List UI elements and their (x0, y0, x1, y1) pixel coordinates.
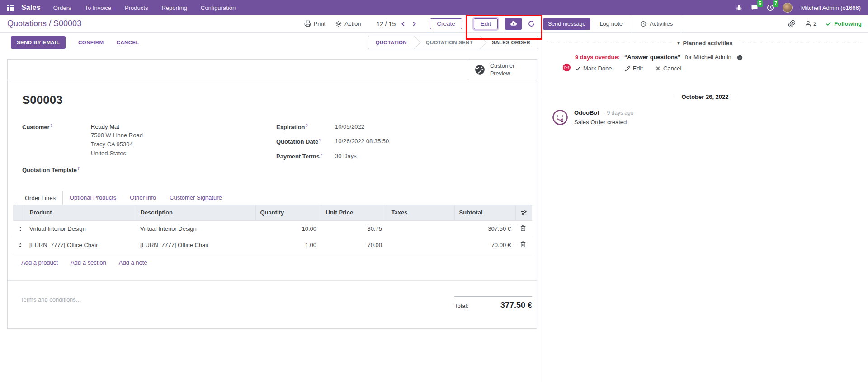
handle-column-header (13, 205, 25, 221)
overdue-label: 9 days overdue: (575, 54, 620, 61)
pager-previous-icon[interactable] (400, 21, 406, 27)
help-marker: ? (77, 166, 80, 171)
help-marker: ? (50, 123, 53, 128)
address-line-2: Tracy CA 95304 (91, 140, 143, 149)
activity-summary: “Answer questions” (624, 54, 681, 61)
edit-button[interactable]: Edit (474, 18, 498, 29)
step-quotation[interactable]: QUOTATION (368, 36, 414, 49)
debug-bug-icon[interactable] (736, 5, 742, 11)
customer-preview-button[interactable]: Customer Preview (468, 60, 537, 80)
apps-grid-icon[interactable] (7, 5, 14, 11)
action-button[interactable]: Action (335, 20, 361, 27)
total-label: Total: (454, 303, 468, 309)
breadcrumb-separator: / (47, 19, 53, 28)
payment-terms-label: Payment Terms? (276, 153, 335, 160)
unit-price-column-header: Unit Price (321, 205, 387, 221)
record-pager: 12 / 15 (376, 20, 417, 28)
cell-taxes (387, 237, 454, 253)
info-icon[interactable] (737, 54, 743, 61)
reload-icon (528, 20, 535, 28)
odoobot-avatar (552, 109, 568, 126)
following-button[interactable]: Following (826, 20, 862, 27)
step-quotation-sent[interactable]: QUOTATION SENT (414, 36, 480, 49)
nav-item-reporting[interactable]: Reporting (161, 5, 187, 11)
statusbar: SEND BY EMAIL CONFIRM CANCEL QUOTATION Q… (0, 33, 542, 52)
nav-item-to-invoice[interactable]: To Invoice (85, 5, 112, 11)
step-sales-order[interactable]: SALES ORDER (480, 36, 538, 49)
discard-reload-button[interactable] (528, 20, 535, 28)
delete-line-button[interactable] (520, 225, 526, 231)
section-divider (8, 280, 537, 281)
planned-activities-title: Planned activities (683, 40, 733, 47)
attachments-button[interactable] (788, 20, 796, 28)
send-message-button[interactable]: Send message (543, 18, 590, 30)
address-line-3: United States (91, 149, 143, 158)
nav-item-orders[interactable]: Orders (53, 5, 71, 11)
caret-down-icon: ▾ (678, 41, 680, 46)
drag-handle-icon[interactable] (13, 237, 25, 253)
order-line-row[interactable]: Virtual Interior Design Virtual Interior… (13, 220, 532, 237)
cloud-upload-icon (509, 20, 518, 28)
subtotal-column-header: Subtotal (454, 205, 515, 221)
smart-button-box: Customer Preview (8, 60, 537, 80)
create-button[interactable]: Create (430, 18, 462, 29)
mark-done-button[interactable]: Mark Done (575, 65, 612, 72)
tab-customer-signature[interactable]: Customer Signature (163, 191, 229, 205)
table-add-links: Add a product Add a section Add a note (13, 253, 531, 269)
delete-line-button[interactable] (520, 241, 526, 247)
product-column-header: Product (25, 205, 136, 221)
cell-description: [FURN_7777] Office Chair (136, 237, 255, 253)
send-by-email-button[interactable]: SEND BY EMAIL (11, 36, 66, 49)
print-button[interactable]: Print (304, 20, 326, 27)
nav-item-configuration[interactable]: Configuration (201, 5, 236, 11)
app-name[interactable]: Sales (21, 4, 41, 12)
nav-item-products[interactable]: Products (125, 5, 148, 11)
user-name[interactable]: Mitchell Admin (o1666) (801, 5, 861, 11)
edit-activity-button[interactable]: Edit (625, 65, 643, 72)
add-a-note-link[interactable]: Add a note (119, 259, 147, 266)
taxes-column-header: Taxes (387, 205, 454, 221)
message-author[interactable]: OdooBot (574, 109, 599, 116)
activities-clock-icon[interactable]: 7 (767, 4, 774, 11)
confirm-button[interactable]: CONFIRM (78, 40, 104, 45)
tab-optional-products[interactable]: Optional Products (63, 191, 123, 205)
add-a-product-link[interactable]: Add a product (21, 259, 58, 266)
pencil-icon (625, 66, 630, 71)
tab-order-lines[interactable]: Order Lines (18, 191, 63, 205)
breadcrumb-current: S00003 (53, 19, 81, 28)
help-marker: ? (319, 138, 321, 142)
log-note-button[interactable]: Log note (590, 15, 632, 32)
trash-icon (520, 225, 526, 231)
order-line-row[interactable]: [FURN_7777] Office Chair [FURN_7777] Off… (13, 237, 532, 253)
breadcrumb: Quotations / S00003 (7, 19, 81, 28)
cell-taxes (387, 220, 454, 237)
cancel-activity-button[interactable]: Cancel (656, 65, 681, 72)
dotted-divider (547, 43, 672, 43)
date-separator-label: October 26, 2022 (675, 93, 735, 100)
breadcrumb-quotations-link[interactable]: Quotations (7, 19, 47, 28)
help-marker: ? (320, 153, 323, 157)
add-a-section-link[interactable]: Add a section (71, 259, 106, 266)
schedule-activity-button[interactable]: Activities (632, 15, 681, 32)
optional-columns-icon[interactable] (520, 210, 527, 216)
tab-other-info[interactable]: Other Info (123, 191, 163, 205)
dotted-divider (738, 43, 863, 43)
expiration-label: Expiration? (276, 123, 335, 130)
quotation-date-value: 10/26/2022 08:35:50 (335, 138, 389, 145)
cancel-button[interactable]: CANCEL (117, 40, 139, 45)
user-avatar[interactable] (783, 3, 793, 13)
activities-badge: 7 (773, 0, 778, 7)
cell-product: Virtual Interior Design (25, 220, 136, 237)
messages-icon[interactable]: 5 (751, 4, 758, 11)
totals-box: Total: 377.50 € (454, 296, 532, 310)
save-cloud-button[interactable] (505, 18, 522, 30)
email-activity-badge (562, 63, 571, 72)
quantity-column-header: Quantity (255, 205, 321, 221)
drag-handle-icon[interactable] (13, 220, 25, 237)
check-icon (826, 21, 831, 27)
pager-next-icon[interactable] (411, 21, 417, 27)
paperclip-icon (788, 20, 796, 28)
planned-activities-header[interactable]: ▾ Planned activities (547, 40, 863, 47)
followers-button[interactable]: 2 (805, 20, 816, 27)
pager-value: 12 / 15 (376, 20, 396, 28)
